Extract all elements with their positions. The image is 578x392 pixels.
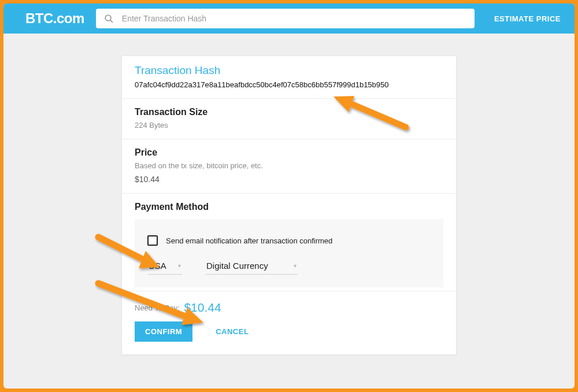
tutorial-frame: BTC.com ESTIMATE PRICE Transaction Hash … bbox=[0, 0, 578, 392]
brand-logo[interactable]: BTC.com bbox=[25, 10, 84, 27]
email-notification-checkbox[interactable] bbox=[147, 235, 158, 246]
selects-row: USA ▾ Digital Currency ▾ bbox=[147, 258, 431, 275]
topbar: BTC.com ESTIMATE PRICE bbox=[3, 3, 575, 34]
page: BTC.com ESTIMATE PRICE Transaction Hash … bbox=[3, 3, 575, 389]
brand-main: BTC bbox=[25, 10, 53, 26]
chevron-down-icon: ▾ bbox=[178, 262, 181, 269]
search-box[interactable] bbox=[96, 9, 475, 28]
need-to-pay-line: Need To Pay: $10.44 bbox=[135, 301, 443, 315]
svg-point-0 bbox=[105, 15, 111, 21]
price-section: Price Based on the tx size, bitcoin pric… bbox=[122, 139, 456, 194]
need-to-pay-amount: $10.44 bbox=[184, 301, 221, 314]
button-row: CONFIRM CANCEL bbox=[135, 321, 443, 342]
chevron-down-icon: ▾ bbox=[294, 262, 297, 269]
payment-method-section: Payment Method Send email notification a… bbox=[122, 194, 456, 291]
cancel-button[interactable]: CANCEL bbox=[216, 327, 249, 336]
estimate-price-link[interactable]: ESTIMATE PRICE bbox=[486, 14, 561, 23]
price-sub: Based on the tx size, bitcoin price, etc… bbox=[135, 161, 443, 170]
country-select[interactable]: USA ▾ bbox=[147, 258, 182, 275]
hash-value: 07afc04cf9dd22a317e8a11beafbdcc50bc4ef07… bbox=[135, 80, 443, 89]
size-section: Transaction Size 224 Bytes bbox=[122, 99, 456, 139]
hash-section: Transaction Hash 07afc04cf9dd22a317e8a11… bbox=[122, 56, 456, 99]
brand-suffix: .com bbox=[53, 10, 84, 26]
price-value: $10.44 bbox=[135, 175, 443, 184]
payment-method-box: Send email notification after transactio… bbox=[135, 219, 443, 287]
country-selected: USA bbox=[149, 261, 166, 271]
hash-title: Transaction Hash bbox=[135, 64, 443, 77]
svg-line-1 bbox=[110, 20, 113, 22]
email-notification-label: Send email notification after transactio… bbox=[166, 236, 332, 245]
currency-select[interactable]: Digital Currency ▾ bbox=[205, 258, 298, 275]
size-value: 224 Bytes bbox=[135, 121, 443, 130]
need-to-pay-label: Need To Pay: bbox=[135, 304, 180, 312]
size-title: Transaction Size bbox=[135, 107, 443, 117]
search-input[interactable] bbox=[122, 14, 466, 23]
transaction-card: Transaction Hash 07afc04cf9dd22a317e8a11… bbox=[121, 56, 457, 355]
payment-method-title: Payment Method bbox=[135, 202, 443, 212]
confirm-button[interactable]: CONFIRM bbox=[135, 321, 192, 342]
price-title: Price bbox=[135, 147, 443, 158]
footer-section: Need To Pay: $10.44 CONFIRM CANCEL bbox=[122, 291, 456, 354]
notify-row: Send email notification after transactio… bbox=[147, 235, 431, 246]
search-icon bbox=[104, 14, 114, 24]
currency-selected: Digital Currency bbox=[206, 261, 268, 271]
